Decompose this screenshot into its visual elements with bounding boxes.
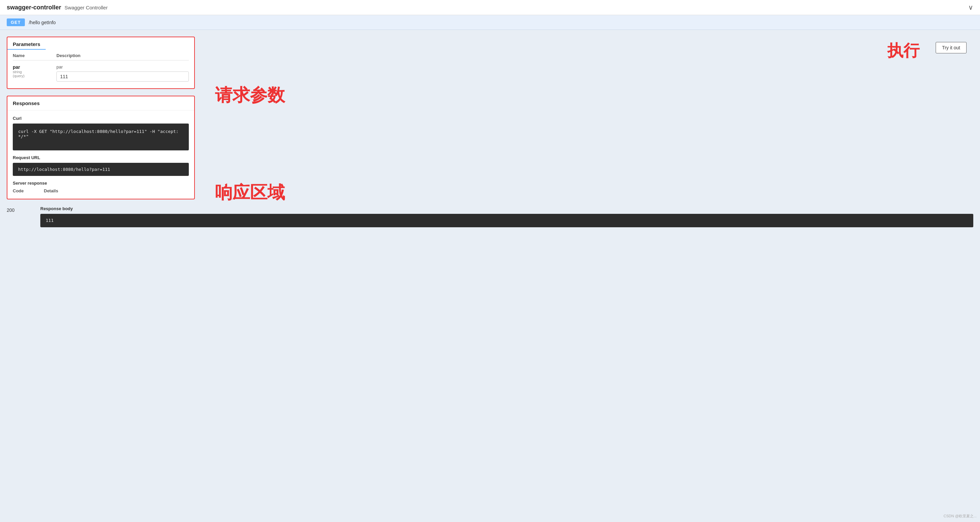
right-panel: 执行 Try it out 请求参数 响应区域 bbox=[195, 36, 973, 199]
param-row: par string (query) par bbox=[13, 65, 189, 82]
response-body-label: Response body bbox=[40, 206, 973, 211]
responses-box: Responses Curl curl -X GET "http://local… bbox=[7, 96, 195, 199]
left-panel: Parameters Name Description par string (… bbox=[7, 36, 195, 199]
col-header-name: Name bbox=[13, 53, 50, 58]
http-method-badge: GET bbox=[7, 19, 25, 26]
curl-block: curl -X GET "http://localhost:8080/hello… bbox=[13, 124, 189, 151]
details-col-header: Details bbox=[44, 188, 59, 194]
parameters-title: Parameters bbox=[13, 41, 40, 47]
try-it-out-button[interactable]: Try it out bbox=[935, 42, 967, 53]
page-container: swagger-controller Swagger Controller ∨ … bbox=[0, 0, 980, 522]
request-url-block: http://localhost:8080/hello?par=111 bbox=[13, 163, 189, 176]
curl-label: Curl bbox=[13, 116, 189, 121]
top-header: swagger-controller Swagger Controller ∨ bbox=[0, 0, 980, 15]
parameters-section-header: Parameters bbox=[7, 37, 46, 50]
chevron-icon[interactable]: ∨ bbox=[968, 3, 973, 11]
param-input-par[interactable] bbox=[56, 71, 189, 82]
header-title-group: swagger-controller Swagger Controller bbox=[7, 4, 108, 11]
col-header-description: Description bbox=[56, 53, 81, 58]
response-body-section: Response body 111 bbox=[40, 206, 973, 227]
main-content: Parameters Name Description par string (… bbox=[0, 30, 980, 206]
response-code-200: 200 bbox=[7, 206, 33, 213]
request-url-label: Request URL bbox=[13, 155, 189, 160]
bottom-row: 200 Response body 111 bbox=[7, 206, 973, 227]
endpoint-path: /hello getInfo bbox=[29, 20, 56, 25]
response-body-block: 111 bbox=[40, 214, 973, 227]
header-title-bold: swagger-controller bbox=[7, 4, 61, 11]
responses-content: Curl curl -X GET "http://localhost:8080/… bbox=[7, 110, 194, 199]
code-col-header: Code bbox=[13, 188, 24, 194]
get-bar: GET /hello getInfo bbox=[0, 15, 980, 30]
bottom-area: 200 Response body 111 bbox=[0, 206, 980, 234]
param-type: string bbox=[13, 70, 50, 74]
responses-section-header: Responses bbox=[7, 96, 194, 110]
param-name-col: par string (query) bbox=[13, 65, 50, 78]
param-location: (query) bbox=[13, 74, 50, 78]
server-response-label: Server response bbox=[13, 181, 189, 186]
parameters-box: Parameters Name Description par string (… bbox=[7, 36, 195, 89]
watermark: CSDN @欧里夏之... bbox=[943, 514, 977, 519]
code-details-row: Code Details bbox=[13, 188, 189, 194]
annotation-xiangying: 响应区域 bbox=[215, 181, 285, 205]
param-name: par bbox=[13, 65, 50, 70]
parameters-table: Name Description par string (query) par bbox=[7, 50, 194, 88]
param-column-headers: Name Description bbox=[13, 53, 189, 60]
annotation-zhixing: 执行 bbox=[887, 40, 920, 62]
param-desc-col: par bbox=[56, 65, 189, 82]
param-desc-label: par bbox=[56, 65, 189, 70]
header-title-normal: Swagger Controller bbox=[65, 5, 108, 10]
responses-title: Responses bbox=[13, 100, 40, 106]
annotation-qingqiu: 请求参数 bbox=[215, 84, 285, 107]
